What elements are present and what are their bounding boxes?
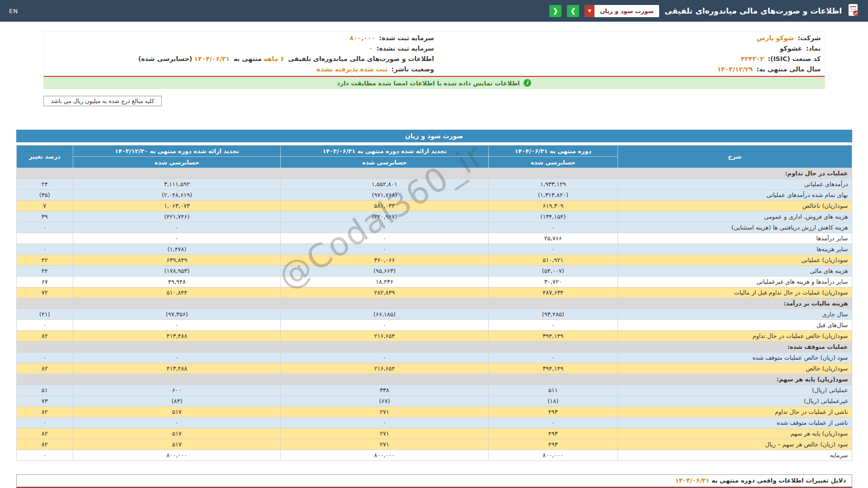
percent-change-value: ۷۳: [16, 396, 73, 407]
row-label: سرمایه: [618, 450, 852, 461]
period-date: ۱۴۰۴/۰۶/۳۱: [194, 55, 230, 62]
cell-value: ۰: [73, 233, 281, 244]
issuer-status-label: وضعیت ناشر:: [392, 66, 434, 73]
cell-value: (۹۵,۶۶۳): [281, 266, 488, 277]
cell-value: ۵۱۷: [73, 407, 281, 418]
percent-change-value: ۰: [16, 244, 73, 255]
isic-label: کد صنعت (ISIC):: [768, 55, 821, 62]
table-row: درآمدهای عملیاتی۱,۹۳۳,۱۲۹۱,۵۵۲,۸۰۱۳,۱۱۱,…: [16, 179, 852, 190]
cell-value: ۲۷۱: [281, 439, 488, 450]
cell-value: ۲۱۶,۶۵۴: [281, 363, 488, 374]
cell-value: (۱۷۸,۹۵۳): [73, 266, 281, 277]
cell-value: ۰: [73, 222, 281, 233]
cell-value: ۳۰,۷۲۰: [488, 277, 618, 287]
isic-value: ۴۲۴۳۰۲: [741, 55, 764, 62]
cell-value: ۴۱۳,۴۸۸: [73, 331, 281, 342]
cell-value: ۳۶۰,۰۶۶: [281, 255, 488, 266]
cell-value: ۸۰۰,۰۰۰: [488, 450, 618, 461]
cell-value: ۵۸۱,۰۳۳: [281, 201, 488, 211]
cell-value: (۱۸): [488, 396, 618, 407]
section-row: عملیات در حال تداوم:: [16, 168, 852, 179]
table-row: سال‌های قبل۰۰۰۰: [16, 320, 852, 331]
cell-value: ۶۰۰: [73, 385, 281, 396]
cell-value: ۲۱۶,۶۵۴: [281, 331, 488, 342]
percent-change-value: ۰: [16, 320, 73, 331]
percent-change-value: ۵۱: [16, 385, 73, 396]
cell-value: (۶۷): [281, 396, 488, 407]
row-label: سایر درآمدها و هزینه های غیرعملیاتی: [618, 277, 852, 287]
fiscal-year-value: ۱۴۰۴/۱۲/۲۹: [717, 66, 753, 73]
percent-change-value: ۴۴: [16, 266, 73, 277]
cell-value: ۸۰۰,۰۰۰: [73, 450, 281, 461]
issuer-status-row: وضعیت ناشر: ثبت شده پذیرفته نشده: [47, 65, 434, 73]
changes-reasons-text: دلایل تغییرات اطلاعات واقعی دوره منتهی ب…: [712, 477, 846, 484]
cell-value: ۲۵,۷۶۶: [488, 233, 618, 244]
audited-label: حسابرسی شده: [281, 157, 488, 168]
report-type-select[interactable]: صورت سود و زیان ▼: [585, 5, 659, 17]
section-title: عملیات متوقف شده:: [16, 342, 852, 352]
row-label: ناشی از عملیات در حال تداوم: [618, 407, 852, 418]
table-row: غیرعملیاتی (ریال)(۱۸)(۶۷)(۸۳)۷۳: [16, 396, 852, 407]
row-label: سایر هزینه‌ها: [618, 244, 852, 255]
table-row: هزینه های فروش، اداری و عمومی(۱۳۴,۱۵۴)(۲…: [16, 211, 852, 222]
issuer-status-value: ثبت شده پذیرفته نشده: [316, 66, 387, 73]
nav-back-button[interactable]: ❮: [549, 5, 561, 17]
cell-value: ۳۹۴,۱۴۹: [488, 331, 618, 342]
nav-forward-button[interactable]: ❯: [567, 5, 579, 17]
cell-value: (۹۷۱,۷۶۸): [281, 190, 488, 201]
cell-value: (۴۲۱,۷۴۶): [73, 211, 281, 222]
fiscal-year-row: سال مالی منتهی به: ۱۴۰۴/۱۲/۲۹: [434, 65, 821, 73]
amounts-unit-note-text: کلیه مبالغ درج شده به میلیون ریال می باش…: [51, 98, 154, 104]
cell-value: ۰: [73, 418, 281, 428]
cell-value: ۵۱۷: [73, 439, 281, 450]
percent-change-value: ۰: [16, 418, 73, 428]
percent-change-value: [16, 233, 73, 244]
row-label: بهای تمام شده درآمدهای عملیاتی: [618, 190, 852, 201]
cell-value: ۰: [281, 352, 488, 363]
table-row: سایر درآمدها و هزینه های غیرعملیاتی۳۰,۷۲…: [16, 277, 852, 287]
cell-value: ۲۷۱: [281, 428, 488, 439]
cell-value: ۰: [488, 320, 618, 331]
cell-value: (۱۳۴,۱۵۴): [488, 211, 618, 222]
cell-value: (۲,۰۴۸,۶۱۹): [73, 190, 281, 201]
percent-change-value: ۷: [16, 201, 73, 211]
percent-change-value: ۸۲: [16, 439, 73, 450]
table-row: ناشی از عملیات در حال تداوم۴۹۳۲۷۱۵۱۷۸۲: [16, 407, 852, 418]
cell-value: ۰: [281, 244, 488, 255]
cell-value: ۰: [488, 418, 618, 428]
percent-change-value: ۰: [16, 352, 73, 363]
row-label: سود(زیان) خالص عملیات در حال تداوم: [618, 331, 852, 342]
table-header-row-periods: شرح دوره منتهی به ۱۴۰۴/۰۶/۳۱ تجدید ارائه…: [16, 145, 852, 157]
top-bar: اطلاعات و صورت‌های مالی میاندوره‌ای تلفی…: [0, 0, 868, 22]
changes-reasons-date: ۱۴۰۴/۰۶/۳۱: [675, 477, 710, 484]
row-label: سود(زیان) عملیات در حال تداوم قبل از مال…: [618, 287, 852, 298]
unregistered-capital-value: ۰: [369, 45, 373, 52]
company-value: شوکو پارس: [757, 34, 794, 42]
percent-change-value: ۲۴: [16, 179, 73, 190]
cell-value: ۸۰۰,۰۰۰: [281, 450, 488, 461]
cell-value: ۰: [488, 244, 618, 255]
table-row: سال جاری(۹۳,۴۸۵)(۶۶,۱۸۵)(۹۷,۳۵۶)(۴۱): [16, 309, 852, 320]
percent-change-value: ۸۲: [16, 363, 73, 374]
period-duration: ۶ ماهه: [264, 55, 284, 62]
cell-value: ۰: [281, 418, 488, 428]
percent-change-value: ۶۷: [16, 277, 73, 287]
table-row: سرمایه۸۰۰,۰۰۰۸۰۰,۰۰۰۸۰۰,۰۰۰۰: [16, 450, 852, 461]
symbol-value: غشوکو: [780, 45, 802, 52]
cell-value: ۵۱۷: [73, 428, 281, 439]
cell-value: ۰: [281, 233, 488, 244]
percent-change-value: ۸۲: [16, 407, 73, 418]
symbol-row: نماد: غشوکو: [434, 44, 821, 52]
table-row: هزینه کاهش ارزش دریافتنی ها (هزینه استثن…: [16, 222, 852, 233]
table-row: بهای تمام شده درآمدهای عملیاتی(۱,۳۱۳,۸۲۰…: [16, 190, 852, 201]
language-toggle[interactable]: EN: [9, 8, 18, 14]
audited-label: حسابرسی شده: [488, 157, 618, 168]
cell-value: (۲۲۰,۹۶۷): [281, 211, 488, 222]
report-select-value: صورت سود و زیان: [594, 8, 659, 14]
cell-value: ۰: [281, 222, 488, 233]
info-icon: i: [524, 79, 531, 87]
table-row: سود(زیان) پایه هر سهم۴۹۳۲۷۱۵۱۷۸۲: [16, 428, 852, 439]
cell-value: ۲۷۱: [281, 407, 488, 418]
signature-banner-text: اطلاعات نمایش داده شده با اطلاعات امضا ش…: [337, 80, 520, 87]
percent-change-value: (۳۵): [16, 190, 73, 201]
